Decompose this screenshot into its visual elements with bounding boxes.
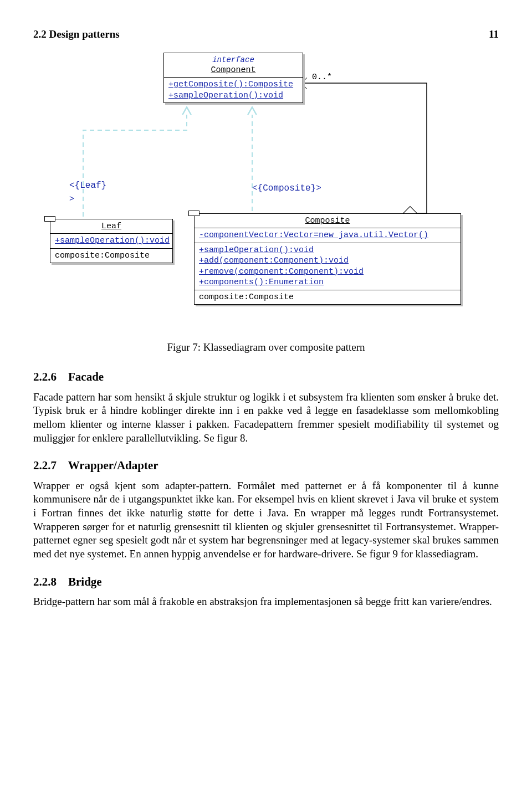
multiplicity-label: 0..* xyxy=(312,72,332,83)
section-number: 2.2.8 xyxy=(33,575,57,588)
uml-op: +sampleOperation():void xyxy=(168,90,298,101)
section-title: Facade xyxy=(68,370,104,383)
uml-op: +components():Enumeration xyxy=(199,277,456,288)
uml-bottom: composite:Composite xyxy=(50,249,172,263)
uml-role: composite:Composite xyxy=(55,250,168,261)
body-paragraph: Bridge-pattern har som mål å frakoble en… xyxy=(33,595,499,609)
package-tab-icon xyxy=(44,216,55,222)
section-title: Bridge xyxy=(68,575,102,588)
uml-role: composite:Composite xyxy=(199,292,456,303)
leaf-arrow-icon: > xyxy=(69,194,74,205)
section-title: Wrapper/Adapter xyxy=(68,459,158,472)
leaf-label: <{Leaf} xyxy=(69,180,106,192)
uml-diagram: 0..* interface Component +getComposite()… xyxy=(33,53,499,335)
realization-arrow-icon xyxy=(247,106,257,115)
uml-op: +sampleOperation():void xyxy=(55,235,168,247)
uml-attrs: -componentVector:Vector=new java.util.Ve… xyxy=(195,228,461,243)
uml-bottom: composite:Composite xyxy=(195,290,461,305)
uml-attr: -componentVector:Vector=new java.util.Ve… xyxy=(199,230,456,241)
uml-ops: +sampleOperation():void +add(component:C… xyxy=(195,243,461,290)
header-right: 11 xyxy=(489,28,499,42)
uml-class-composite: Composite -componentVector:Vector=new ja… xyxy=(194,213,461,305)
figure-caption: Figur 7: Klassediagram over composite pa… xyxy=(33,341,499,355)
uml-ops: +getComposite():Composite +sampleOperati… xyxy=(164,78,303,102)
section-heading: 2.2.7 Wrapper/Adapter xyxy=(33,458,499,473)
header-left: 2.2 Design patterns xyxy=(33,28,120,42)
composite-label: <{Composite}> xyxy=(252,183,321,194)
uml-op: +add(component:Component):void xyxy=(199,255,456,266)
body-paragraph: Facade pattern har som hensikt å skjule … xyxy=(33,391,499,445)
uml-op: +remove(component:Component):void xyxy=(199,266,456,278)
uml-class-header: Composite xyxy=(195,214,461,229)
uml-class-leaf: Leaf +sampleOperation():void composite:C… xyxy=(50,219,173,264)
package-tab-icon xyxy=(188,211,200,216)
body-paragraph: Wrapper er også kjent som adapter-patter… xyxy=(33,479,499,561)
section-heading: 2.2.8 Bridge xyxy=(33,575,499,589)
class-name: Composite xyxy=(199,216,456,227)
stereotype: interface xyxy=(168,55,298,65)
uml-op: +getComposite():Composite xyxy=(168,79,298,90)
uml-ops: +sampleOperation():void xyxy=(50,234,172,249)
uml-op: +sampleOperation():void xyxy=(199,245,456,256)
page-header: 2.2 Design patterns 11 xyxy=(33,28,499,42)
section-heading: 2.2.6 Facade xyxy=(33,370,499,384)
uml-class-header: interface Component xyxy=(164,53,303,78)
section-number: 2.2.6 xyxy=(33,370,57,383)
class-name: Component xyxy=(168,65,298,76)
uml-class-component: interface Component +getComposite():Comp… xyxy=(163,53,303,104)
uml-class-header: Leaf xyxy=(50,219,172,234)
class-name: Leaf xyxy=(55,221,168,232)
section-number: 2.2.7 xyxy=(33,459,57,472)
realization-arrow-icon xyxy=(182,106,192,115)
